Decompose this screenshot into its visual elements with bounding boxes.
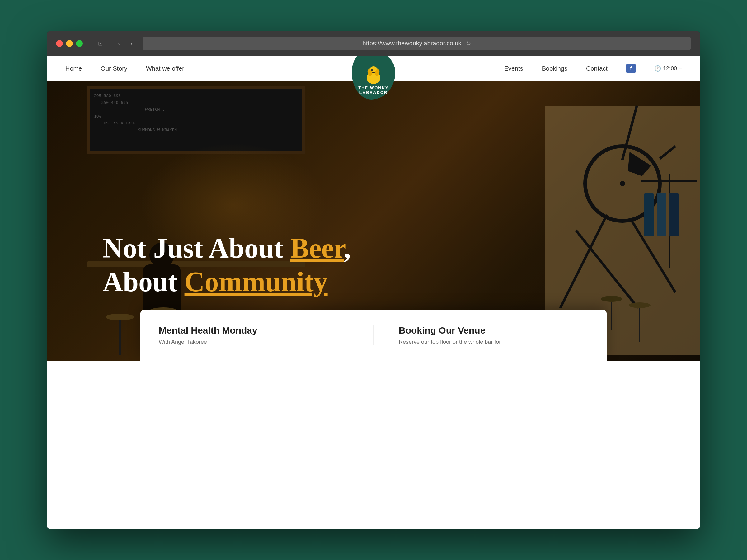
nav-contact[interactable]: Contact bbox=[586, 65, 608, 72]
logo-dog-icon bbox=[364, 64, 383, 85]
opening-hours: 🕐 12:00 – bbox=[654, 65, 681, 72]
card-1-title: Mental Health Monday bbox=[159, 325, 348, 336]
headline-part2: About bbox=[103, 266, 185, 297]
card-booking: Booking Our Venue Reserve our top floor … bbox=[399, 325, 588, 345]
address-bar[interactable]: https://www.thewonkylabrador.co.uk ↻ bbox=[143, 37, 691, 50]
card-divider bbox=[373, 325, 374, 345]
facebook-link[interactable]: f bbox=[626, 64, 636, 73]
hero-text-content: Not Just About Beer, About Community bbox=[103, 232, 644, 299]
nav-right-links: Events Bookings Contact f 🕐 12:00 – bbox=[504, 64, 681, 73]
url-text: https://www.thewonkylabrador.co.uk bbox=[363, 40, 462, 47]
site-logo[interactable]: THE WONKY LABRADOR bbox=[352, 56, 395, 100]
headline-beer: Beer bbox=[290, 233, 344, 264]
nav-home[interactable]: Home bbox=[66, 65, 82, 72]
nav-our-story[interactable]: Our Story bbox=[101, 65, 127, 72]
logo-text: THE WONKY LABRADOR bbox=[358, 85, 388, 95]
logo-the: THE WONKY bbox=[358, 85, 388, 90]
forward-button[interactable]: › bbox=[126, 38, 136, 49]
refresh-icon[interactable]: ↻ bbox=[466, 40, 471, 47]
maximize-button[interactable] bbox=[76, 40, 83, 47]
nav-events[interactable]: Events bbox=[504, 65, 523, 72]
browser-chrome: ⊡ ‹ › https://www.thewonkylabrador.co.uk… bbox=[47, 31, 700, 56]
nav-left-links: Home Our Story What we offer bbox=[66, 65, 184, 72]
headline-comma: , bbox=[344, 233, 351, 264]
bottom-cards: Mental Health Monday With Angel Takoree … bbox=[140, 310, 607, 361]
hero-headline: Not Just About Beer, About Community bbox=[103, 232, 644, 299]
nav-what-we-offer[interactable]: What we offer bbox=[146, 65, 184, 72]
card-mental-health: Mental Health Monday With Angel Takoree bbox=[159, 325, 348, 345]
clock-icon: 🕐 bbox=[654, 65, 661, 72]
browser-nav-buttons: ‹ › bbox=[114, 38, 136, 49]
site-navigation: Home Our Story What we offer bbox=[47, 56, 700, 81]
svg-point-5 bbox=[372, 72, 375, 74]
card-1-subtitle: With Angel Takoree bbox=[159, 339, 348, 345]
nav-bookings[interactable]: Bookings bbox=[542, 65, 567, 72]
hours-text: 12:00 – bbox=[663, 65, 681, 72]
back-button[interactable]: ‹ bbox=[114, 38, 124, 49]
svg-point-4 bbox=[371, 70, 373, 71]
hero-section: 295 380 696 350 440 695 WRETCH... 10% JU… bbox=[47, 81, 700, 361]
traffic-lights bbox=[56, 40, 83, 47]
sidebar-toggle-icon[interactable]: ⊡ bbox=[95, 38, 105, 49]
headline-community: Community bbox=[185, 266, 328, 297]
logo-labrador: LABRADOR bbox=[358, 90, 388, 95]
close-button[interactable] bbox=[56, 40, 63, 47]
browser-window: ⊡ ‹ › https://www.thewonkylabrador.co.uk… bbox=[47, 31, 700, 529]
minimize-button[interactable] bbox=[66, 40, 73, 47]
card-2-title: Booking Our Venue bbox=[399, 325, 588, 336]
card-2-subtitle: Reserve our top floor or the whole bar f… bbox=[399, 339, 588, 345]
website-content: Home Our Story What we offer bbox=[47, 56, 700, 529]
headline-part1: Not Just About bbox=[103, 233, 290, 264]
